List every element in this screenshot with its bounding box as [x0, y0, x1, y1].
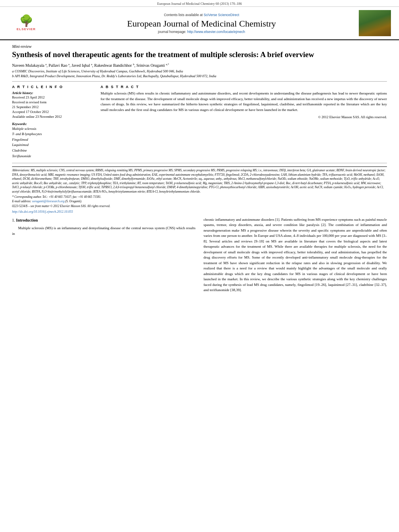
affiliation-b: b API R&D, Integrated Product Developmen… — [12, 74, 387, 78]
article-info-heading: A R T I C L E I N F O — [12, 85, 93, 89]
journal-homepage: journal homepage: http://www.elsevier.co… — [48, 30, 355, 34]
page-container: European Journal of Medicinal Chemistry … — [0, 0, 399, 297]
email-line: E-mail address: soruganti@ilsresearch.or… — [12, 199, 387, 204]
intro-paragraph-right: chronic inflammatory and autoimmune diso… — [204, 217, 387, 293]
corresponding-star: * Corresponding author. Tel.: +91 40 665… — [12, 195, 101, 199]
intro-section-heading: 1. Introduction — [12, 217, 195, 224]
divider-2 — [12, 163, 387, 163]
sciverse-line: Contents lists available at SciVerse Sci… — [48, 13, 355, 17]
keyword-ms: Multiple sclerosis — [12, 126, 93, 132]
keywords-list: Multiple sclerosis T- and B-lymphocytes … — [12, 126, 93, 159]
abbreviations-text: Abbreviations: MS, multiple sclerosis; C… — [12, 168, 387, 194]
article-title: Synthesis of novel therapeutic agents fo… — [12, 50, 387, 60]
keyword-cladribine: Cladribine — [12, 148, 93, 154]
intro-col-left: 1. Introduction Multiple sclerosis (MS) … — [12, 217, 195, 293]
intro-title: Introduction — [16, 218, 38, 222]
article-history-label: Article history: — [12, 91, 93, 95]
journal-title: European Journal of Medicinal Chemistry — [48, 18, 355, 29]
keyword-teriflunomide: Teriflunomide — [12, 154, 93, 159]
intro-col-right: chronic inflammatory and autoimmune diso… — [204, 217, 387, 293]
corresponding-note: * Corresponding author. Tel.: +91 40 665… — [12, 195, 387, 199]
authors-line: Naveen Mulakayala a, Pallavi Rao a, Jave… — [12, 63, 387, 68]
doi-line[interactable]: http://dx.doi.org/10.1016/j.ejmech.2012.… — [12, 210, 387, 214]
journal-cover-image — [359, 10, 391, 36]
elsevier-name: ELSEVIER — [16, 27, 36, 31]
article-info-col: A R T I C L E I N F O Article history: R… — [12, 85, 93, 159]
homepage-label: journal homepage: — [158, 30, 187, 34]
keywords-label: Keywords: — [12, 122, 93, 126]
publisher-logo-area: 🌳 ELSEVIER — [8, 13, 44, 33]
affiliation-a: a COSMIC Discoveries, Institute of Life … — [12, 69, 387, 73]
divider — [12, 81, 387, 82]
keyword-laquinimod: Laquinimod — [12, 142, 93, 148]
abstract-heading: A B S T R A C T — [101, 85, 387, 89]
abstract-col: A B S T R A C T Multiple sclerosis (MS) … — [101, 85, 387, 159]
email-label: E-mail address: — [12, 199, 32, 203]
journal-top-bar: European Journal of Medicinal Chemistry … — [0, 0, 399, 7]
journal-header: 🌳 ELSEVIER Contents lists available at S… — [0, 7, 399, 40]
main-content: Mini-review Synthesis of novel therapeut… — [0, 40, 399, 297]
footnotes-section: Abbreviations: MS, multiple sclerosis; C… — [12, 166, 387, 214]
homepage-link[interactable]: http://www.elsevier.com/locate/ejmech — [187, 30, 245, 34]
email-suffix: (S. Oruganti). — [65, 199, 82, 203]
sciverse-link[interactable]: SciVerse ScienceDirect — [204, 13, 239, 17]
issn-line: 0223-5234/$ – see front matter © 2012 El… — [12, 204, 387, 209]
journal-thumbnail — [359, 10, 391, 36]
journal-header-center: Contents lists available at SciVerse Sci… — [48, 13, 355, 34]
keyword-lymphocytes: T- and B-lymphocytes — [12, 131, 93, 137]
journal-citation: European Journal of Medicinal Chemistry … — [157, 2, 242, 6]
info-abstract-section: A R T I C L E I N F O Article history: R… — [12, 85, 387, 159]
elsevier-logo: 🌳 ELSEVIER — [12, 13, 40, 33]
article-received: Received 23 April 2012 Received in revis… — [12, 95, 93, 119]
intro-body-section: 1. Introduction Multiple sclerosis (MS) … — [12, 217, 387, 293]
email-link[interactable]: soruganti@ilsresearch.org — [32, 199, 64, 203]
copyright-line: © 2012 Elsevier Masson SAS. All rights r… — [101, 115, 387, 119]
keyword-fingolimod: Fingolimod — [12, 137, 93, 143]
elsevier-tree-icon: 🌳 — [19, 15, 33, 27]
section-type: Mini-review — [12, 44, 387, 49]
abstract-text: Multiple sclerosis (MS) often results in… — [101, 91, 387, 113]
intro-paragraph-left: Multiple sclerosis (MS) is an inflammato… — [12, 226, 195, 236]
intro-number: 1. — [12, 218, 15, 222]
